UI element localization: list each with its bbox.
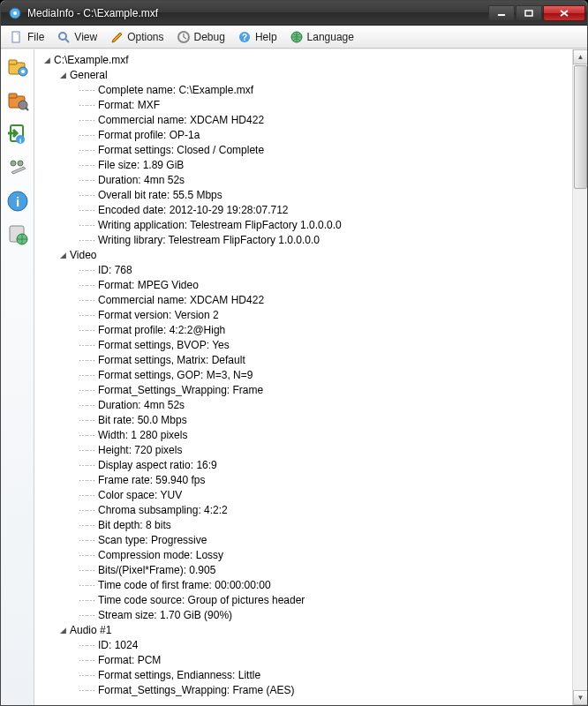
tree-item[interactable]: ⋯⋯ID: 1024 — [36, 638, 572, 653]
export-button[interactable]: i — [5, 122, 30, 146]
tree-item[interactable]: ⋯⋯Duration: 4mn 52s — [36, 173, 572, 188]
menu-language[interactable]: Language — [284, 28, 359, 46]
tree-item[interactable]: ⋯⋯Writing library: Telestream FlipFactor… — [36, 233, 572, 248]
tree-node-label: Format: MPEG Video — [98, 278, 199, 293]
tree-item[interactable]: ⋯⋯Time code source: Group of pictures he… — [36, 593, 572, 608]
tree-item[interactable]: ⋯⋯File size: 1.89 GiB — [36, 158, 572, 173]
menubar: File View Options Debug ? Help Language — [1, 26, 587, 49]
tree-item[interactable]: ⋯⋯Width: 1 280 pixels — [36, 428, 572, 443]
tree-connector-icon: ⋯⋯ — [79, 308, 94, 323]
open-folder-button[interactable] — [5, 88, 30, 113]
tree-item[interactable]: ⋯⋯Format_Settings_Wrapping: Frame (AES) — [36, 683, 572, 698]
tree-item[interactable]: ⋯⋯Duration: 4mn 52s — [36, 398, 572, 413]
svg-point-5 — [59, 33, 66, 40]
expand-toggle-icon[interactable]: ◢ — [41, 56, 52, 66]
tree-item[interactable]: ⋯⋯Format profile: 4:2:2@High — [36, 323, 572, 338]
tree-item[interactable]: ⋯⋯Format settings, Matrix: Default — [36, 353, 572, 368]
globe-icon — [290, 30, 304, 44]
tree-node-label: Time code of first frame: 00:00:00:00 — [98, 578, 271, 593]
tree-item[interactable]: ⋯⋯Bits/(Pixel*Frame): 0.905 — [36, 563, 572, 578]
tree-item[interactable]: ⋯⋯Format: MPEG Video — [36, 278, 572, 293]
menu-help[interactable]: ? Help — [232, 28, 283, 46]
tree-item[interactable]: ⋯⋯Chroma subsampling: 4:2:2 — [36, 503, 572, 518]
open-file-button[interactable] — [5, 55, 30, 79]
tree-item[interactable]: ⋯⋯Writing application: Telestream FlipFa… — [36, 218, 572, 233]
tree-item[interactable]: ⋯⋯Format settings: Closed / Complete — [36, 143, 572, 158]
tree-item[interactable]: ⋯⋯Overall bit rate: 55.5 Mbps — [36, 188, 572, 203]
window-controls — [487, 5, 585, 21]
tree-item[interactable]: ⋯⋯Color space: YUV — [36, 488, 572, 503]
expand-toggle-icon[interactable]: ◢ — [57, 71, 68, 81]
tree-item[interactable]: ⋯⋯Compression mode: Lossy — [36, 548, 572, 563]
tree-connector-icon: ⋯⋯ — [79, 503, 94, 518]
tree-item[interactable]: ⋯⋯Bit depth: 8 bits — [36, 518, 572, 533]
tree-node-label: Chroma subsampling: 4:2:2 — [98, 503, 228, 518]
web-button[interactable] — [5, 222, 30, 247]
tree-connector-icon: ⋯⋯ — [79, 203, 94, 218]
tree-view[interactable]: ◢C:\Example.mxf◢General⋯⋯Complete name: … — [34, 49, 572, 705]
scroll-up-button[interactable]: ▲ — [573, 49, 587, 64]
tree-connector-icon: ⋯⋯ — [79, 278, 94, 293]
about-button[interactable]: i — [5, 189, 30, 214]
tree-connector-icon: ⋯⋯ — [79, 353, 94, 368]
svg-point-14 — [21, 70, 25, 73]
tree-section[interactable]: ◢Audio #1 — [36, 623, 572, 638]
tree-connector-icon: ⋯⋯ — [79, 533, 94, 548]
tree-item[interactable]: ⋯⋯Scan type: Progressive — [36, 533, 572, 548]
tree-node-label: Frame rate: 59.940 fps — [98, 473, 205, 488]
expand-toggle-icon[interactable]: ◢ — [57, 251, 68, 261]
tree-item[interactable]: ⋯⋯Format profile: OP-1a — [36, 128, 572, 143]
tree-item[interactable]: ⋯⋯Encoded date: 2012-10-29 19:28:07.712 — [36, 203, 572, 218]
svg-point-22 — [11, 161, 16, 166]
svg-rect-12 — [9, 60, 17, 64]
tree-item[interactable]: ⋯⋯Format_Settings_Wrapping: Frame — [36, 383, 572, 398]
tree-item[interactable]: ⋯⋯Format: MXF — [36, 98, 572, 113]
tree-node-label: Format profile: OP-1a — [98, 128, 200, 143]
tree-item[interactable]: ⋯⋯Frame rate: 59.940 fps — [36, 473, 572, 488]
tree-node-label: Format settings, GOP: M=3, N=9 — [98, 368, 253, 383]
menu-view[interactable]: View — [51, 28, 102, 46]
titlebar[interactable]: MediaInfo - C:\Example.mxf — [1, 1, 587, 26]
tree-item[interactable]: ⋯⋯Commercial name: XDCAM HD422 — [36, 293, 572, 308]
tree-item[interactable]: ⋯⋯Format settings, Endianness: Little — [36, 668, 572, 683]
tree-item[interactable]: ⋯⋯ID: 768 — [36, 263, 572, 278]
tree-item[interactable]: ⋯⋯Format version: Version 2 — [36, 308, 572, 323]
tree-node-label: Format version: Version 2 — [98, 308, 219, 323]
tree-node-label: Display aspect ratio: 16:9 — [98, 458, 217, 473]
tree-node-label: File size: 1.89 GiB — [98, 158, 184, 173]
tree-root[interactable]: ◢C:\Example.mxf — [36, 53, 572, 68]
tree-item[interactable]: ⋯⋯Complete name: C:\Example.mxf — [36, 83, 572, 98]
tree-item[interactable]: ⋯⋯Format settings, GOP: M=3, N=9 — [36, 368, 572, 383]
scroll-down-button[interactable]: ▼ — [573, 690, 587, 705]
close-button[interactable] — [543, 5, 585, 21]
tree-item[interactable]: ⋯⋯Height: 720 pixels — [36, 443, 572, 458]
tree-connector-icon: ⋯⋯ — [79, 443, 94, 458]
expand-toggle-icon[interactable]: ◢ — [57, 626, 68, 636]
tree-view-wrap: ◢C:\Example.mxf◢General⋯⋯Complete name: … — [34, 49, 587, 705]
tree-item[interactable]: ⋯⋯Bit rate: 50.0 Mbps — [36, 413, 572, 428]
maximize-button[interactable] — [516, 5, 542, 21]
vertical-scrollbar[interactable]: ▲ ▼ — [572, 49, 587, 705]
menu-options[interactable]: Options — [104, 28, 169, 46]
tree-connector-icon: ⋯⋯ — [79, 563, 94, 578]
svg-text:i: i — [15, 194, 19, 209]
tree-connector-icon: ⋯⋯ — [79, 158, 94, 173]
tree-section[interactable]: ◢General — [36, 68, 572, 83]
menu-file[interactable]: File — [4, 28, 49, 46]
tree-item[interactable]: ⋯⋯Stream size: 1.70 GiB (90%) — [36, 608, 572, 623]
tree-item[interactable]: ⋯⋯Format settings, BVOP: Yes — [36, 338, 572, 353]
tree-connector-icon: ⋯⋯ — [79, 398, 94, 413]
tree-item[interactable]: ⋯⋯Format: PCM — [36, 653, 572, 668]
tree-item[interactable]: ⋯⋯Time code of first frame: 00:00:00:00 — [36, 578, 572, 593]
preferences-button[interactable] — [5, 155, 30, 180]
menu-debug[interactable]: Debug — [171, 28, 230, 46]
tree-item[interactable]: ⋯⋯Display aspect ratio: 16:9 — [36, 458, 572, 473]
svg-point-23 — [18, 161, 23, 166]
tree-node-label: Duration: 4mn 52s — [98, 398, 185, 413]
file-icon — [10, 30, 24, 44]
scroll-thumb[interactable] — [574, 65, 587, 189]
tree-section[interactable]: ◢Video — [36, 248, 572, 263]
menu-language-label: Language — [307, 31, 354, 43]
minimize-button[interactable] — [488, 5, 515, 21]
tree-item[interactable]: ⋯⋯Commercial name: XDCAM HD422 — [36, 113, 572, 128]
